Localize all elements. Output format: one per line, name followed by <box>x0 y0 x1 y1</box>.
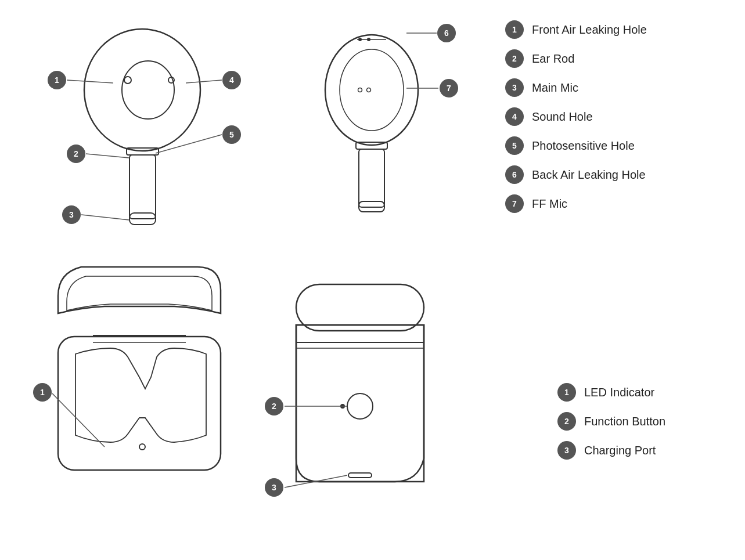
svg-rect-24 <box>58 337 221 470</box>
badge-4-sound-hole: 4 <box>222 71 241 89</box>
svg-point-15 <box>358 38 362 41</box>
legend-item-6: 6 Back Air Leaking Hole <box>505 165 647 184</box>
svg-point-2 <box>124 77 131 84</box>
case-closed-diagram <box>285 284 424 487</box>
legend-item-7: 7 FF Mic <box>505 194 647 213</box>
svg-point-18 <box>367 88 371 92</box>
badge-1-front: 1 <box>48 71 66 89</box>
diagram-container: 1 2 3 4 5 6 7 1 2 3 1 Front Air Leaking … <box>0 0 745 560</box>
legend-item-1: 1 Front Air Leaking Hole <box>505 20 647 39</box>
legend-label-7: FF Mic <box>532 197 567 211</box>
legend-badge-1: 1 <box>505 20 524 39</box>
earbud-back-diagram <box>325 33 438 212</box>
svg-rect-35 <box>348 473 372 478</box>
top-legend: 1 Front Air Leaking Hole 2 Ear Rod 3 Mai… <box>505 20 647 213</box>
bottom-legend: 1 LED Indicator 2 Function Button 3 Char… <box>557 383 665 460</box>
bottom-legend-item-2: 2 Function Button <box>557 412 665 431</box>
legend-badge-5: 5 <box>505 136 524 155</box>
svg-point-1 <box>122 61 174 119</box>
bottom-legend-label-3: Charging Port <box>584 444 656 457</box>
legend-label-2: Ear Rod <box>532 52 574 66</box>
badge-3-main-mic: 3 <box>62 205 81 224</box>
svg-point-12 <box>325 35 418 145</box>
bottom-legend-badge-3: 3 <box>557 441 576 460</box>
svg-point-33 <box>347 393 373 419</box>
legend-item-4: 4 Sound Hole <box>505 107 647 126</box>
badge-1-led: 1 <box>33 383 52 402</box>
bottom-legend-item-1: 1 LED Indicator <box>557 383 665 402</box>
badge-7-ff-mic: 7 <box>440 79 458 97</box>
svg-line-11 <box>156 135 222 153</box>
svg-line-28 <box>52 393 105 447</box>
svg-line-8 <box>86 154 129 158</box>
svg-rect-20 <box>359 149 384 207</box>
svg-rect-29 <box>296 284 424 331</box>
bottom-legend-label-1: LED Indicator <box>584 386 654 399</box>
earbud-front-diagram <box>67 29 222 225</box>
bottom-legend-badge-1: 1 <box>557 383 576 402</box>
case-open-diagram <box>52 267 221 470</box>
badge-5-photosensitive: 5 <box>222 125 241 144</box>
legend-label-5: Photosensitive Hole <box>532 139 635 153</box>
badge-2-function: 2 <box>265 397 283 416</box>
bottom-legend-badge-2: 2 <box>557 412 576 431</box>
badge-2-ear-rod: 2 <box>67 144 85 163</box>
badge-3-charging: 3 <box>265 478 283 497</box>
svg-point-16 <box>367 38 370 41</box>
svg-rect-5 <box>129 155 156 219</box>
svg-line-10 <box>186 80 222 83</box>
legend-label-6: Back Air Leaking Hole <box>532 168 646 182</box>
legend-badge-7: 7 <box>505 194 524 213</box>
bottom-legend-label-2: Function Button <box>584 415 665 428</box>
legend-item-3: 3 Main Mic <box>505 78 647 97</box>
legend-item-5: 5 Photosensitive Hole <box>505 136 647 155</box>
svg-line-9 <box>81 215 129 220</box>
legend-badge-2: 2 <box>505 49 524 68</box>
svg-point-27 <box>139 444 145 450</box>
legend-item-2: 2 Ear Rod <box>505 49 647 68</box>
legend-label-3: Main Mic <box>532 81 578 95</box>
legend-label-1: Front Air Leaking Hole <box>532 23 647 37</box>
legend-badge-4: 4 <box>505 107 524 126</box>
svg-point-13 <box>340 49 404 131</box>
legend-badge-3: 3 <box>505 78 524 97</box>
svg-point-0 <box>84 29 200 151</box>
svg-line-7 <box>67 80 113 83</box>
legend-label-4: Sound Hole <box>532 110 593 124</box>
badge-6-back-air: 6 <box>437 24 456 42</box>
svg-point-17 <box>358 88 362 92</box>
legend-badge-6: 6 <box>505 165 524 184</box>
bottom-legend-item-3: 3 Charging Port <box>557 441 665 460</box>
